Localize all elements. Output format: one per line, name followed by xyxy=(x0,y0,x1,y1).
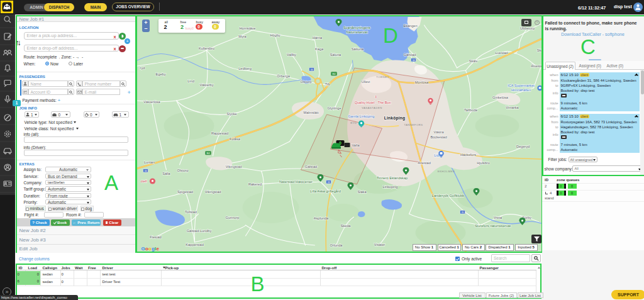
svg-text:Tollstad: Tollstad xyxy=(185,210,197,214)
svg-text:Gunnorp: Gunnorp xyxy=(225,216,239,219)
svg-text:Böckestad: Böckestad xyxy=(430,135,447,139)
svg-text:Myra: Myra xyxy=(238,35,247,38)
svg-text:Luestad: Luestad xyxy=(495,51,508,55)
svg-text:Linkoping: Linkoping xyxy=(382,185,397,189)
svg-text:Tallboda: Tallboda xyxy=(464,108,478,112)
svg-text:Vallby: Vallby xyxy=(287,53,296,57)
svg-text:Sättuna: Sättuna xyxy=(351,47,364,51)
svg-text:Egeby: Egeby xyxy=(155,72,165,76)
svg-text:e: e xyxy=(156,246,159,252)
svg-text:Sjögestad: Sjögestad xyxy=(177,190,193,194)
svg-text:Lilla Aska griftegård: Lilla Aska griftegård xyxy=(310,189,341,193)
svg-text:Västerlösa: Västerlösa xyxy=(143,100,160,104)
svg-text:Högby: Högby xyxy=(270,33,280,37)
svg-text:Västerby: Västerby xyxy=(199,83,213,87)
svg-text:Skälv: Skälv xyxy=(469,59,477,63)
svg-text:Ekängen: Ekängen xyxy=(403,24,417,28)
svg-text:Lind: Lind xyxy=(187,79,194,83)
svg-text:Gamla Linköping: Gamla Linköping xyxy=(348,114,374,118)
svg-text:Rakered: Rakered xyxy=(248,182,261,186)
svg-text:Säluna: Säluna xyxy=(330,53,341,57)
svg-text:Malmslätt: Malmslätt xyxy=(303,111,318,114)
svg-text:VASASTADEN: VASASTADEN xyxy=(362,106,382,109)
svg-text:Glyttinge: Glyttinge xyxy=(327,106,341,110)
svg-text:Kullersbro: Kullersbro xyxy=(198,47,214,50)
svg-text:Olstorp: Olstorp xyxy=(177,169,188,172)
svg-text:TANNEFORS: TANNEFORS xyxy=(404,123,423,126)
svg-text:Naturreservat: Naturreservat xyxy=(346,30,367,34)
svg-text:Ullevi: Ullevi xyxy=(361,80,370,84)
svg-text:Rappestad: Rappestad xyxy=(211,131,228,135)
svg-text:Kaga: Kaga xyxy=(314,47,323,51)
svg-text:Asplunda: Asplunda xyxy=(313,216,328,220)
svg-text:Vreta: Vreta xyxy=(493,216,502,219)
svg-text:34: 34 xyxy=(412,59,414,62)
svg-text:RYD: RYD xyxy=(350,121,357,125)
svg-text:Linköping: Linköping xyxy=(384,116,404,121)
svg-text:Fiestad: Fiestad xyxy=(150,235,161,239)
svg-text:Västra: Västra xyxy=(433,130,444,134)
svg-text:Skeda: Skeda xyxy=(340,224,351,228)
svg-text:Ubbetorp: Ubbetorp xyxy=(519,26,534,30)
svg-text:Gälstad-Lundby: Gälstad-Lundby xyxy=(186,229,211,233)
svg-text:Vikingstad: Vikingstad xyxy=(225,165,242,169)
svg-text:Älvesta: Älvesta xyxy=(531,64,541,68)
svg-text:E4: E4 xyxy=(332,73,335,75)
svg-text:Slaka: Slaka xyxy=(357,190,367,194)
svg-text:Degeryd: Degeryd xyxy=(516,145,529,148)
svg-text:Himnahallen: Himnahallen xyxy=(511,88,530,92)
svg-text:34: 34 xyxy=(310,69,313,71)
svg-text:Slycke: Slycke xyxy=(226,112,236,116)
svg-text:ryd: ryd xyxy=(140,66,145,70)
svg-text:Vikingstad: Vikingstad xyxy=(204,190,221,194)
svg-text:Gälstad: Gälstad xyxy=(304,165,316,169)
svg-text:G: G xyxy=(141,246,145,252)
svg-text:Hjulsbro: Hjulsbro xyxy=(477,161,490,165)
svg-text:E4: E4 xyxy=(206,152,209,155)
svg-text:EKHOLMEN: EKHOLMEN xyxy=(437,170,455,173)
svg-text:Gärstad: Gärstad xyxy=(403,53,416,57)
svg-text:Naterstad Hästcenter: Naterstad Hästcenter xyxy=(279,180,313,184)
svg-text:Sturefors naturreservat: Sturefors naturreservat xyxy=(474,224,511,228)
svg-text:Tift: Tift xyxy=(325,82,330,86)
svg-text:TORNBY: TORNBY xyxy=(376,75,389,79)
svg-text:Mörtlösa: Mörtlösa xyxy=(414,81,428,84)
svg-text:Hackefors: Hackefors xyxy=(460,153,475,157)
svg-text:Kapperstad: Kapperstad xyxy=(186,243,204,247)
svg-text:Orlunda: Orlunda xyxy=(330,243,343,247)
svg-text:Olstorp: Olstorp xyxy=(300,80,311,84)
svg-text:Härna: Härna xyxy=(312,36,322,40)
svg-text:Valla: Valla xyxy=(352,143,360,147)
svg-text:Sälla: Sälla xyxy=(162,172,170,175)
svg-text:Svartåmyningens: Svartåmyningens xyxy=(343,26,370,30)
svg-text:Luntan: Luntan xyxy=(143,160,154,164)
svg-text:Visäter: Visäter xyxy=(374,243,384,247)
svg-text:Tinnerö Eklandskap: Tinnerö Eklandskap xyxy=(376,176,407,180)
svg-text:Vimarka: Vimarka xyxy=(506,106,519,109)
svg-text:Ledberg: Ledberg xyxy=(238,67,252,70)
svg-text:Skä: Skä xyxy=(536,48,541,52)
svg-text:Landeryds Golfklubb: Landeryds Golfklubb xyxy=(431,194,464,197)
svg-text:Örberga: Örberga xyxy=(277,74,290,78)
svg-text:Hornstäve: Hornstäve xyxy=(239,26,255,30)
svg-text:34: 34 xyxy=(144,170,147,172)
svg-text:Folåsa: Folåsa xyxy=(230,137,241,141)
svg-text:35: 35 xyxy=(461,211,464,214)
svg-text:Anestad: Anestad xyxy=(418,161,431,165)
svg-text:Quality Hotel - The Box: Quality Hotel - The Box xyxy=(354,101,391,104)
svg-text:ICA Supermarket: ICA Supermarket xyxy=(508,84,535,87)
svg-text:Ginkelösa: Ginkelösa xyxy=(492,96,509,99)
svg-text:3: 3 xyxy=(375,95,377,99)
svg-text:33: 33 xyxy=(327,181,330,184)
svg-text:otell: otell xyxy=(140,179,147,183)
